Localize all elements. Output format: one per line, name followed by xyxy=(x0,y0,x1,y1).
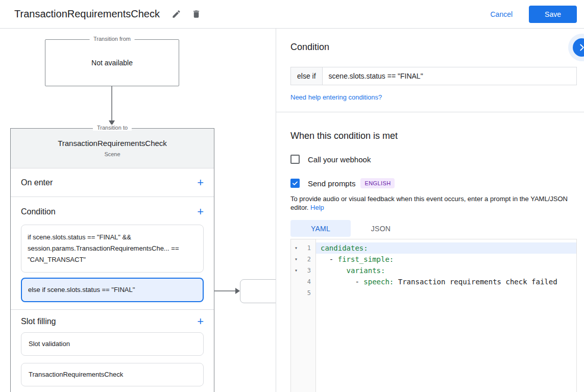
condition-editor-section: Condition else if Need help entering con… xyxy=(276,29,584,112)
collapse-arrow-icon[interactable]: ▾ xyxy=(291,242,301,254)
slot-item[interactable]: Slot validation xyxy=(21,332,204,356)
app-window: TransactionRequirementsCheck Cancel Save xyxy=(0,0,584,392)
page-title: TransactionRequirementsCheck xyxy=(14,8,160,20)
condition-section-title: Condition xyxy=(21,207,56,216)
send-prompts-checkbox[interactable] xyxy=(290,179,300,188)
condition-item-selected[interactable]: else if scene.slots.status == "FINAL" xyxy=(21,278,204,302)
condition-arrowhead-icon xyxy=(235,288,240,294)
code-token-key: candidates: xyxy=(321,244,368,252)
line-number: 4 xyxy=(301,278,316,285)
send-prompts-row[interactable]: Send prompts ENGLISH xyxy=(290,178,577,188)
editor-line: ▾2 - first_simple: xyxy=(291,254,576,265)
prompts-help-link[interactable]: Help xyxy=(310,204,324,211)
webhook-label: Call your webhook xyxy=(308,155,371,164)
transition-target-box[interactable] xyxy=(240,279,276,303)
collapse-arrow-icon[interactable]: ▾ xyxy=(291,254,301,265)
edit-button[interactable] xyxy=(168,6,185,22)
code-line[interactable]: variants: xyxy=(316,265,576,276)
delete-button[interactable] xyxy=(188,6,205,22)
add-slot-button[interactable]: + xyxy=(197,317,204,326)
scene-title: TransactionRequirementsCheck xyxy=(16,139,209,148)
panel-title: Condition xyxy=(290,42,577,53)
transition-from-box[interactable]: Transition from Not available xyxy=(45,39,179,86)
condition-section-header: Condition + xyxy=(21,207,204,216)
topbar-left: TransactionRequirementsCheck xyxy=(14,6,205,22)
collapse-arrow-icon[interactable]: ▾ xyxy=(291,265,301,276)
slot-item[interactable]: TransactionRequirementsCheck xyxy=(21,363,204,386)
code-token-key: speech: xyxy=(363,278,394,286)
code-line[interactable] xyxy=(316,287,576,299)
conditions-help-link[interactable]: Need help entering conditions? xyxy=(290,93,382,101)
detail-panel: Condition else if Need help entering con… xyxy=(276,29,584,392)
save-button[interactable]: Save xyxy=(529,6,577,23)
scene-subtitle: Scene xyxy=(16,151,209,157)
add-condition-button[interactable]: + xyxy=(197,207,204,216)
editor-gutter-cell: ▾2 xyxy=(291,254,316,265)
line-number: 1 xyxy=(301,244,316,252)
editor-gutter-cell: 4 xyxy=(291,276,316,287)
transition-from-content: Not available xyxy=(45,40,179,86)
condition-met-section: When this condition is met Call your web… xyxy=(276,112,584,392)
condition-item[interactable]: if scene.slots.status == "FINAL" && sess… xyxy=(21,225,204,273)
pencil-icon xyxy=(172,9,181,19)
scene-card-header[interactable]: TransactionRequirementsCheck Scene xyxy=(11,129,214,168)
condition-prefix-chip: else if xyxy=(290,67,323,85)
editor-line: 5 xyxy=(291,287,576,299)
webhook-row[interactable]: Call your webhook xyxy=(290,155,577,164)
check-icon xyxy=(291,180,299,187)
topbar-right: Cancel Save xyxy=(487,6,577,23)
transition-from-label: Transition from xyxy=(89,36,135,42)
code-line[interactable]: - speech: Transaction requirements check… xyxy=(316,276,576,287)
prompts-description: To provide audio or visual feedback when… xyxy=(290,194,577,212)
prompts-description-text: To provide audio or visual feedback when… xyxy=(290,195,568,211)
slot-filling-section-header: Slot filling + xyxy=(21,317,204,326)
tab-json[interactable]: JSON xyxy=(351,220,411,237)
chevron-right-icon xyxy=(576,42,584,53)
language-badge: ENGLISH xyxy=(360,178,395,188)
line-number: 2 xyxy=(301,256,316,263)
on-enter-section: On enter + xyxy=(11,168,214,197)
tab-yaml[interactable]: YAML xyxy=(290,220,351,237)
slot-filling-section: Slot filling + Slot validation Transacti… xyxy=(11,310,214,392)
code-line[interactable]: - first_simple: xyxy=(316,254,576,265)
line-number: 3 xyxy=(301,267,316,274)
main-area: Transition from Not available Transition… xyxy=(0,29,584,392)
trash-icon xyxy=(191,9,201,19)
editor-gutter-cell: 5 xyxy=(291,287,316,299)
transition-to-label: Transition to xyxy=(93,125,132,131)
scene-card: Transition to TransactionRequirementsChe… xyxy=(10,128,214,392)
condition-expression-row: else if xyxy=(290,67,577,85)
code-token-key: variants: xyxy=(347,266,385,275)
editor-line: ▾3 variants: xyxy=(291,265,576,276)
code-token-plain: - xyxy=(321,278,363,286)
line-number: 5 xyxy=(301,289,316,297)
flow-canvas[interactable]: Transition from Not available Transition… xyxy=(0,29,276,392)
topbar: TransactionRequirementsCheck Cancel Save xyxy=(0,0,584,29)
editor-line: ▾1candidates: xyxy=(291,242,576,254)
editor-tabs: YAML JSON xyxy=(290,220,577,237)
code-token-plain xyxy=(321,266,347,275)
code-token-plain: Transaction requirements check failed xyxy=(394,278,557,286)
send-prompts-label: Send prompts xyxy=(308,179,355,188)
when-met-title: When this condition is met xyxy=(290,131,577,141)
condition-section: Condition + if scene.slots.status == "FI… xyxy=(11,197,214,310)
slot-filling-title: Slot filling xyxy=(21,317,56,326)
editor-line: 4 - speech: Transaction requirements che… xyxy=(291,276,576,287)
code-token-plain: - xyxy=(321,255,338,263)
on-enter-title: On enter xyxy=(21,178,53,187)
code-editor-lines: ▾1candidates:▾2 - first_simple:▾3 varian… xyxy=(291,242,576,299)
cancel-button[interactable]: Cancel xyxy=(487,6,516,22)
code-line[interactable]: candidates: xyxy=(316,242,576,254)
condition-expression-input[interactable] xyxy=(322,67,577,85)
add-on-enter-button[interactable]: + xyxy=(197,178,204,187)
editor-gutter-cell: ▾1 xyxy=(291,242,316,254)
code-editor[interactable]: ▾1candidates:▾2 - first_simple:▾3 varian… xyxy=(290,239,577,392)
editor-gutter-cell: ▾3 xyxy=(291,265,316,276)
webhook-checkbox[interactable] xyxy=(290,155,300,164)
code-token-key: first_simple: xyxy=(338,255,394,263)
